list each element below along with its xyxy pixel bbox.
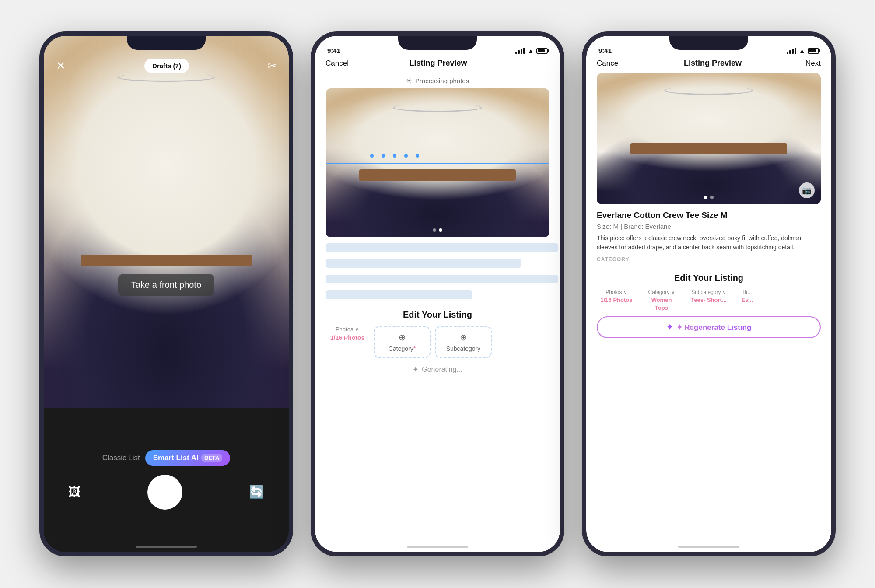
listing-description: This piece offers a classic crew neck, o…: [597, 234, 821, 252]
model-belt: [630, 143, 787, 154]
listing-meta: Size: M | Brand: Everlane: [597, 223, 821, 230]
next-button[interactable]: Next: [805, 59, 821, 68]
image-dot-active: [704, 196, 707, 199]
model-necklace: [664, 86, 754, 95]
model-necklace: [117, 73, 215, 82]
cancel-button[interactable]: Cancel: [326, 59, 349, 68]
image-dots: [433, 228, 442, 232]
skeleton-line-1: [326, 243, 558, 252]
category-label-tab: Category ∨: [648, 289, 675, 295]
model-belt: [359, 169, 516, 181]
notch: [398, 36, 477, 50]
skeleton-line-3: [326, 275, 558, 284]
page-title: Listing Preview: [684, 59, 742, 68]
camera-screen: ✕ Drafts (7) ✂ Take a front photo Classi…: [44, 36, 289, 552]
category-value2: Tops: [655, 304, 668, 311]
subcategory-icon: ⊕: [460, 332, 467, 343]
subcategory-tab-label: Subcategory: [446, 345, 481, 352]
listing-title: Everlane Cotton Crew Tee Size M: [597, 210, 821, 220]
photos-tab-result[interactable]: Photos ∨ 1/16 Photos: [597, 289, 636, 311]
scan-dot: [393, 154, 396, 158]
subcategory-tab-result[interactable]: Subcategory ∨ Tees- Short...: [687, 289, 731, 311]
skeleton-line-2: [326, 259, 522, 268]
cancel-button[interactable]: Cancel: [597, 59, 620, 68]
scan-dot: [382, 154, 385, 158]
photos-tab[interactable]: Photos ∨ 1/16 Photos: [326, 326, 369, 358]
notch: [127, 36, 206, 50]
smart-mode-tab[interactable]: Smart List AI BETA: [145, 450, 231, 466]
phone-camera: ✕ Drafts (7) ✂ Take a front photo Classi…: [39, 32, 293, 556]
generating-label: Generating...: [422, 366, 462, 374]
camera-viewfinder: Take a front photo: [44, 36, 289, 408]
regenerate-button[interactable]: ✦ ✦ Regenerate Listing: [597, 316, 821, 338]
edit-listing-section-result: Edit Your Listing Photos ∨ 1/16 Photos C…: [586, 270, 831, 311]
notch: [669, 36, 748, 50]
required-marker: *: [413, 345, 416, 352]
page-title: Listing Preview: [409, 59, 467, 68]
regenerate-label: ✦ Regenerate Listing: [676, 323, 752, 332]
subcategory-label-tab: Subcategory ∨: [691, 289, 726, 295]
subcategory-tab[interactable]: ⊕ Subcategory: [435, 326, 492, 358]
category-label: CATEGORY: [597, 256, 821, 262]
home-indicator: [407, 546, 468, 548]
model-necklace: [393, 103, 483, 112]
listing-image-result: 📷: [597, 73, 821, 204]
gallery-icon[interactable]: 🖼: [68, 485, 80, 499]
camera-shutter-row: 🖼 🔄: [68, 475, 264, 510]
brand-value: Ev...: [742, 297, 753, 303]
photos-value: 1/16 Photos: [601, 297, 633, 303]
photos-tab-value: 1/16 Photos: [330, 334, 365, 341]
brand-tab-result[interactable]: Br... Ev...: [734, 289, 760, 311]
status-time: 9:41: [598, 47, 612, 54]
classic-mode-tab[interactable]: Classic List: [102, 454, 140, 462]
camera-controls-area: Classic List Smart List AI BETA 🖼 🔄: [44, 408, 289, 552]
home-indicator: [136, 546, 197, 548]
shutter-button[interactable]: [147, 475, 182, 510]
spinner-icon: ✳: [406, 77, 412, 85]
status-time: 9:41: [327, 47, 340, 54]
category-icon: ⊕: [399, 332, 406, 343]
image-dot: [710, 196, 714, 199]
scissor-icon[interactable]: ✂: [268, 60, 276, 72]
sparkle-icon: ✦: [666, 322, 673, 332]
category-tab-result[interactable]: Category ∨ Women Tops: [640, 289, 683, 311]
home-indicator: [678, 546, 739, 548]
scan-dots: [370, 154, 419, 158]
edit-listing-title-result: Edit Your Listing: [597, 273, 821, 283]
edit-tabs: Photos ∨ 1/16 Photos ⊕ Category* ⊕ Subca…: [326, 326, 550, 358]
skeleton-line-4: [326, 290, 472, 299]
photo-prompt: Take a front photo: [118, 274, 214, 296]
close-icon[interactable]: ✕: [56, 59, 66, 73]
edit-tabs-result: Photos ∨ 1/16 Photos Category ∨ Women To…: [597, 289, 821, 311]
image-dot-active: [439, 228, 442, 232]
listing-info: Everlane Cotton Crew Tee Size M Size: M …: [586, 204, 831, 270]
brand-label-tab: Br...: [742, 289, 752, 295]
flip-camera-icon[interactable]: 🔄: [249, 485, 264, 499]
result-screen: 9:41 ▲ Cancel Listing Pre: [586, 36, 831, 552]
wifi-icon: ▲: [799, 47, 805, 54]
status-icons: ▲: [787, 47, 819, 54]
signal-icon: [515, 48, 525, 54]
scan-dot: [416, 154, 419, 158]
scan-dot: [404, 154, 408, 158]
model-belt: [80, 255, 252, 266]
phone-processing: 9:41 ▲ Cancel Listing Pre: [311, 32, 564, 556]
wifi-icon: ▲: [528, 47, 534, 54]
edit-listing-title: Edit Your Listing: [326, 310, 550, 320]
edit-listing-section: Edit Your Listing Photos ∨ 1/16 Photos ⊕…: [315, 303, 560, 358]
scan-line: [326, 163, 550, 164]
category-value: Women: [651, 297, 672, 303]
listing-image: [326, 88, 550, 237]
smart-mode-label: Smart List AI: [153, 454, 199, 462]
camera-background: ✕ Drafts (7) ✂ Take a front photo Classi…: [44, 36, 289, 552]
subcategory-value: Tees- Short...: [691, 297, 726, 303]
scan-dot: [370, 154, 374, 158]
camera-overlay-button[interactable]: 📷: [799, 182, 815, 198]
drafts-button[interactable]: Drafts (7): [144, 59, 189, 73]
processing-indicator: ✳ Processing photos: [315, 73, 560, 88]
sparkle-icon: ✦: [413, 365, 418, 374]
battery-icon: [808, 48, 819, 54]
image-dots: [704, 196, 714, 199]
category-tab[interactable]: ⊕ Category*: [374, 326, 430, 358]
result-content: 9:41 ▲ Cancel Listing Pre: [586, 36, 831, 552]
